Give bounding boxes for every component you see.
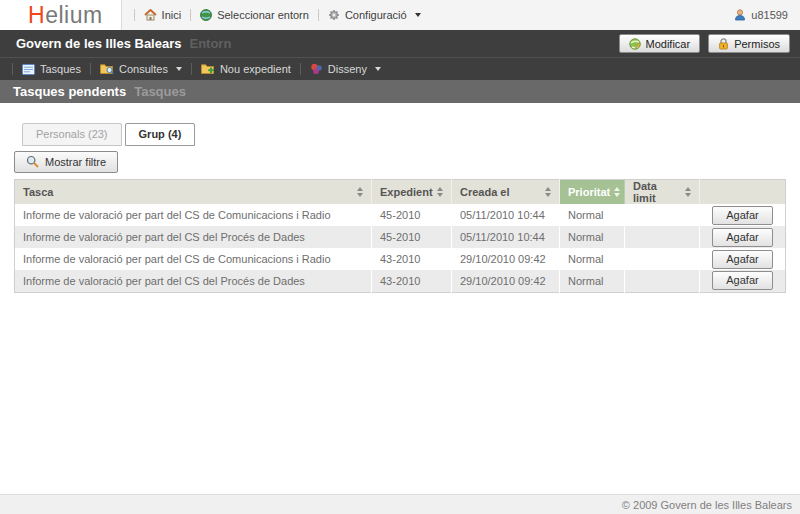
nav-tasques[interactable]: Tasques <box>22 63 81 75</box>
sort-icon <box>357 187 363 197</box>
column-header-data-limit[interactable]: Data limit <box>625 180 700 205</box>
button-label: Permisos <box>734 38 780 50</box>
nav-label: Tasques <box>40 63 81 75</box>
table-row: Informe de valoració per part del CS de … <box>15 248 786 270</box>
username: u81599 <box>751 9 788 21</box>
table-row: Informe de valoració per part del CS del… <box>15 226 786 248</box>
folder-search-icon <box>100 63 114 75</box>
column-header-prioritat[interactable]: Prioritat <box>560 180 625 205</box>
top-menu: Inici Seleccionar entorn <box>121 0 800 30</box>
cell-expedient: 43-2010 <box>372 270 452 292</box>
divider <box>300 63 301 75</box>
entity-subtitle: Entorn <box>189 36 231 51</box>
copyright-text: © 2009 Govern de les Illes Balears <box>622 499 792 511</box>
nav-consultes[interactable]: Consultes <box>100 63 182 75</box>
cell-prioritat: Normal <box>560 226 625 248</box>
user-icon <box>734 9 746 21</box>
cell-data-limit <box>625 248 700 270</box>
tab-personals[interactable]: Personals (23) <box>22 123 122 146</box>
column-header-expedient[interactable]: Expedient <box>372 180 452 205</box>
module-navbar: Tasques Consultes <box>0 57 800 80</box>
divider <box>318 9 319 21</box>
page-title-bar: Tasques pendents Tasques <box>0 80 800 103</box>
button-label: Modificar <box>646 38 691 50</box>
cell-creada-el: 29/10/2010 09:42 <box>452 270 560 292</box>
cell-expedient: 45-2010 <box>372 226 452 248</box>
menu-seleccionar-entorn[interactable]: Seleccionar entorn <box>200 9 309 21</box>
entity-bar: Govern de les Illes Balears Entorn Modif… <box>0 30 800 57</box>
column-header-tasca[interactable]: Tasca <box>15 180 372 205</box>
tab-bar: Personals (23) Grup (4) <box>22 123 786 146</box>
sort-icon <box>614 187 620 197</box>
gear-icon <box>328 9 340 21</box>
column-header-actions <box>700 180 786 205</box>
modificar-button[interactable]: Modificar <box>619 34 701 53</box>
menu-label: Seleccionar entorn <box>217 9 309 21</box>
table-row: Informe de valoració per part del CS de … <box>15 204 786 226</box>
cell-prioritat: Normal <box>560 204 625 226</box>
topbar: Helium Inici <box>0 0 800 30</box>
agafar-button[interactable]: Agafar <box>712 206 772 225</box>
nav-nou-expedient[interactable]: Nou expedient <box>201 63 291 75</box>
chevron-down-icon <box>375 67 381 71</box>
tab-label: Grup (4) <box>139 128 182 140</box>
cell-tasca: Informe de valoració per part del CS del… <box>15 270 372 292</box>
nav-label: Disseny <box>328 63 367 75</box>
globe-icon <box>200 9 212 21</box>
entity-title: Govern de les Illes Balears <box>16 36 181 51</box>
logo-initial: H <box>28 3 45 27</box>
cell-tasca: Informe de valoració per part del CS de … <box>15 248 372 270</box>
palette-icon <box>310 63 323 75</box>
cell-creada-el: 05/11/2010 10:44 <box>452 226 560 248</box>
cell-data-limit <box>625 270 700 292</box>
cell-data-limit <box>625 226 700 248</box>
agafar-button[interactable]: Agafar <box>712 250 772 269</box>
chevron-down-icon <box>415 13 421 17</box>
tab-label: Personals (23) <box>36 128 108 140</box>
menu-label: Configuració <box>345 9 407 21</box>
nav-label: Nou expedient <box>220 63 291 75</box>
edit-globe-icon <box>629 38 641 50</box>
user-badge[interactable]: u81599 <box>734 9 788 21</box>
cell-tasca: Informe de valoració per part del CS del… <box>15 226 372 248</box>
table-header-row: Tasca Expedient Creada el Prioritat <box>15 180 786 205</box>
cell-creada-el: 29/10/2010 09:42 <box>452 248 560 270</box>
cell-expedient: 45-2010 <box>372 204 452 226</box>
cell-expedient: 43-2010 <box>372 248 452 270</box>
nav-label: Consultes <box>119 63 168 75</box>
cell-prioritat: Normal <box>560 270 625 292</box>
divider <box>90 63 91 75</box>
folder-add-icon <box>201 63 215 75</box>
agafar-button[interactable]: Agafar <box>712 271 772 290</box>
pending-tasks-table: Tasca Expedient Creada el Prioritat <box>14 179 786 293</box>
cell-tasca: Informe de valoració per part del CS de … <box>15 204 372 226</box>
table-row: Informe de valoració per part del CS del… <box>15 270 786 292</box>
permisos-button[interactable]: Permisos <box>708 34 790 53</box>
divider <box>134 9 135 21</box>
menu-label: Inici <box>162 9 182 21</box>
divider <box>190 9 191 21</box>
divider <box>12 63 13 75</box>
sort-icon <box>685 187 691 197</box>
chevron-down-icon <box>176 67 182 71</box>
cell-data-limit <box>625 204 700 226</box>
mostrar-filtre-button[interactable]: Mostrar filtre <box>14 151 118 173</box>
sort-icon <box>545 187 551 197</box>
page-subtitle: Tasques <box>134 84 186 99</box>
sort-icon <box>437 187 443 197</box>
magnifier-icon <box>26 155 39 168</box>
column-header-creada-el[interactable]: Creada el <box>452 180 560 205</box>
app-logo[interactable]: Helium <box>0 0 121 30</box>
content: Personals (23) Grup (4) Mostrar filtre <box>0 103 800 494</box>
agafar-button[interactable]: Agafar <box>712 228 772 247</box>
nav-disseny[interactable]: Disseny <box>310 63 381 75</box>
divider <box>191 63 192 75</box>
menu-configuracio[interactable]: Configuració <box>328 9 421 21</box>
home-icon <box>144 9 157 21</box>
tab-grup[interactable]: Grup (4) <box>125 123 196 146</box>
logo-rest: elium <box>45 3 102 27</box>
lock-icon <box>718 38 729 50</box>
menu-inici[interactable]: Inici <box>144 9 182 21</box>
helium-app: Helium Inici <box>0 0 800 514</box>
page-title: Tasques pendents <box>13 84 126 99</box>
